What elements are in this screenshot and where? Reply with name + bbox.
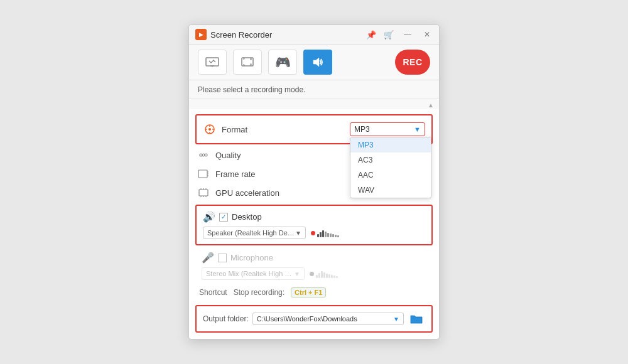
pin-icon[interactable]: 📌 <box>366 30 376 40</box>
format-label: Format <box>222 125 345 134</box>
tab-audio[interactable] <box>303 50 332 75</box>
microphone-vol-bars <box>316 269 338 278</box>
shortcut-row: Shortcut Stop recording: Ctrl + F1 <box>189 282 439 302</box>
vol-bar-9 <box>337 235 339 237</box>
format-dropdown-arrow: ▼ <box>414 126 421 133</box>
shortcut-key: Ctrl + F1 <box>291 287 326 297</box>
mic-vol-bar-4 <box>323 272 325 278</box>
titlebar-right: 📌 🛒 — ✕ <box>366 29 433 40</box>
desktop-vol-bars <box>317 228 339 237</box>
vol-bar-3 <box>322 230 324 237</box>
desktop-vol-indicator <box>311 228 339 237</box>
format-icon <box>203 122 217 136</box>
format-value: MP3 <box>354 125 370 134</box>
quality-icon <box>197 148 210 162</box>
mic-vol-bar-9 <box>336 276 338 278</box>
svg-marker-4 <box>313 58 319 67</box>
subtitle-bar: Please select a recording mode. <box>189 80 439 99</box>
microphone-vol-indicator <box>310 269 338 278</box>
svg-point-11 <box>200 154 202 156</box>
titlebar-left: Screen Recorder <box>195 29 272 40</box>
desktop-device-arrow: ▼ <box>295 230 301 237</box>
format-dropdown-menu: MP3 AC3 AAC WAV <box>350 137 431 198</box>
vol-bar-4 <box>325 232 327 237</box>
mic-vol-bar-1 <box>316 275 318 278</box>
vol-bar-1 <box>317 234 319 237</box>
stop-recording-label: Stop recording: <box>234 288 284 297</box>
desktop-vol-dot <box>311 231 315 235</box>
svg-point-6 <box>208 128 211 131</box>
output-folder-section: Output folder: C:\Users\WonderFox\Downlo… <box>195 305 433 333</box>
close-button[interactable]: ✕ <box>421 29 433 40</box>
microphone-vol-dot <box>310 272 314 276</box>
output-path-text: C:\Users\WonderFox\Downloads <box>257 315 357 323</box>
cart-icon[interactable]: 🛒 <box>384 30 394 40</box>
desktop-device-name: Speaker (Realtek High Defi... <box>207 229 295 237</box>
microphone-device-select[interactable]: Stereo Mix (Realtek High D... ▼ <box>202 267 305 280</box>
svg-point-12 <box>202 154 205 156</box>
format-option-mp3[interactable]: MP3 <box>350 137 431 153</box>
open-folder-button[interactable] <box>408 310 425 328</box>
desktop-audio-icon: 🔊 <box>203 211 215 223</box>
svg-rect-14 <box>198 170 207 178</box>
format-section: Format MP3 ▼ MP3 AC3 AAC WAV <box>195 114 433 144</box>
minimize-button[interactable]: — <box>401 29 414 40</box>
microphone-device-name: Stereo Mix (Realtek High D... <box>206 270 294 277</box>
subtitle-text: Please select a recording mode. <box>198 85 305 94</box>
desktop-header: 🔊 ✓ Desktop <box>203 211 425 223</box>
gpu-icon <box>197 186 210 200</box>
microphone-label: Microphone <box>230 253 273 262</box>
mic-vol-bar-7 <box>331 275 333 278</box>
output-dropdown-arrow: ▼ <box>393 316 399 323</box>
desktop-device-select[interactable]: Speaker (Realtek High Defi... ▼ <box>203 227 306 239</box>
output-path-display[interactable]: C:\Users\WonderFox\Downloads ▼ <box>252 313 404 325</box>
format-select[interactable]: MP3 ▼ <box>350 122 425 136</box>
mic-vol-bar-8 <box>333 276 335 278</box>
format-option-wav[interactable]: WAV <box>350 183 431 198</box>
format-option-aac[interactable]: AAC <box>350 168 431 183</box>
vol-bar-6 <box>330 233 332 237</box>
microphone-device-row: Stereo Mix (Realtek High D... ▼ <box>202 267 426 280</box>
svg-point-13 <box>205 154 207 156</box>
scroll-indicator: ▲ <box>189 99 439 109</box>
rec-button[interactable]: REC <box>395 50 430 75</box>
framerate-icon <box>197 167 210 181</box>
mic-vol-bar-2 <box>318 273 320 278</box>
app-icon <box>195 29 207 40</box>
mic-icon: 🎤 <box>202 252 214 264</box>
tab-screen[interactable] <box>198 50 227 75</box>
shortcut-label: Shortcut <box>199 288 227 297</box>
app-window: Screen Recorder 📌 🛒 — ✕ 🎮 REC Please sel… <box>188 24 440 340</box>
tab-fullscreen[interactable] <box>233 50 262 75</box>
mic-vol-bar-5 <box>326 274 328 278</box>
svg-rect-18 <box>199 190 208 196</box>
format-option-ac3[interactable]: AC3 <box>350 153 431 168</box>
window-title: Screen Recorder <box>210 30 272 40</box>
mic-vol-bar-6 <box>328 274 330 278</box>
microphone-checkbox[interactable] <box>218 254 227 262</box>
microphone-device-arrow: ▼ <box>294 270 300 277</box>
tab-game[interactable]: 🎮 <box>268 50 297 75</box>
vol-bar-5 <box>327 233 329 237</box>
scroll-up-icon: ▲ <box>428 102 434 109</box>
desktop-label: Desktop <box>232 212 262 222</box>
toolbar: 🎮 REC <box>189 45 439 80</box>
titlebar: Screen Recorder 📌 🛒 — ✕ <box>189 25 439 45</box>
vol-bar-7 <box>332 234 334 237</box>
desktop-checkbox[interactable]: ✓ <box>219 213 228 222</box>
desktop-section: 🔊 ✓ Desktop Speaker (Realtek High Defi..… <box>195 205 433 245</box>
desktop-device-row: Speaker (Realtek High Defi... ▼ <box>203 227 425 239</box>
microphone-section: 🎤 Microphone Stereo Mix (Realtek High D.… <box>195 249 433 282</box>
vol-bar-2 <box>320 232 322 237</box>
microphone-header: 🎤 Microphone <box>202 252 426 264</box>
vol-bar-8 <box>335 235 337 237</box>
mic-vol-bar-3 <box>321 271 323 278</box>
output-label: Output folder: <box>203 314 249 323</box>
